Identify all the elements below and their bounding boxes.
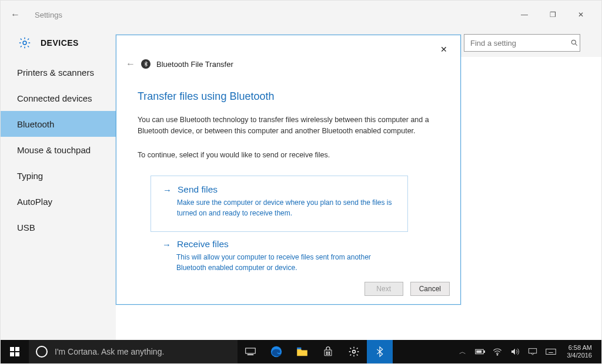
- svg-point-0: [23, 41, 26, 45]
- taskbar-settings-icon[interactable]: [341, 340, 367, 363]
- option-receive-files[interactable]: → Receive files This will allow your com…: [150, 239, 408, 286]
- clock-time: 6:58 AM: [567, 344, 592, 352]
- svg-rect-10: [297, 348, 301, 349]
- svg-rect-18: [476, 350, 481, 353]
- svg-point-15: [353, 350, 356, 353]
- svg-rect-4: [15, 347, 19, 351]
- dialog-close-button[interactable]: ✕: [434, 40, 453, 59]
- svg-rect-5: [10, 352, 14, 356]
- task-view-button[interactable]: [238, 340, 263, 363]
- sidebar-item-label: Connected devices: [17, 93, 92, 103]
- bluetooth-file-transfer-dialog: ✕ ← Bluetooth File Transfer Transfer fil…: [116, 35, 461, 305]
- dialog-title: Bluetooth File Transfer: [156, 60, 233, 69]
- dialog-back-icon[interactable]: ←: [126, 59, 135, 69]
- svg-rect-3: [10, 347, 14, 351]
- cortana-prompt: I'm Cortana. Ask me anything.: [55, 347, 164, 356]
- next-button: Next: [364, 282, 403, 296]
- svg-rect-21: [546, 349, 556, 355]
- sidebar-item-connected-devices[interactable]: Connected devices: [1, 85, 116, 111]
- svg-rect-11: [326, 352, 327, 353]
- dialog-intro-2: To continue, select if you would like to…: [138, 150, 439, 161]
- gear-icon: [18, 36, 31, 49]
- arrow-right-icon: →: [163, 185, 172, 195]
- dialog-heading: Transfer files using Bluetooth: [138, 90, 439, 103]
- sidebar-item-label: Bluetooth: [17, 119, 54, 129]
- svg-line-2: [575, 43, 577, 45]
- tray-battery-icon[interactable]: [475, 348, 486, 355]
- svg-rect-12: [329, 352, 330, 353]
- back-arrow-icon[interactable]: ←: [8, 9, 23, 20]
- svg-rect-14: [329, 353, 330, 355]
- tray-action-center-icon[interactable]: [528, 348, 539, 356]
- arrow-right-icon: →: [162, 240, 171, 250]
- tray-wifi-icon[interactable]: [493, 348, 503, 356]
- taskbar-edge-icon[interactable]: [263, 340, 289, 363]
- sidebar-item-label: AutoPlay: [17, 197, 52, 207]
- taskbar-bluetooth-icon[interactable]: [367, 340, 393, 363]
- sidebar-item-typing[interactable]: Typing: [1, 163, 116, 188]
- window-titlebar: ← Settings — ❐ ✕: [1, 1, 601, 29]
- app-name: Settings: [35, 11, 62, 19]
- sidebar-item-label: USB: [17, 223, 35, 232]
- svg-rect-6: [15, 352, 19, 356]
- sidebar-item-bluetooth[interactable]: Bluetooth: [1, 111, 116, 137]
- tray-chevron-up-icon[interactable]: ︿: [457, 347, 468, 357]
- find-setting-search[interactable]: [464, 34, 580, 52]
- taskbar: I'm Cortana. Ask me anything. ︿: [1, 340, 601, 363]
- svg-rect-13: [326, 353, 327, 355]
- svg-rect-8: [248, 355, 254, 356]
- svg-rect-20: [529, 349, 537, 353]
- close-window-button[interactable]: ✕: [567, 6, 594, 23]
- minimize-button[interactable]: —: [511, 6, 538, 23]
- cortana-icon: [36, 346, 48, 358]
- start-button[interactable]: [1, 340, 29, 363]
- option-desc: This will allow your computer to receive…: [162, 252, 396, 273]
- tray-clock[interactable]: 6:58 AM 3/4/2016: [563, 344, 596, 359]
- sidebar-item-printers-scanners[interactable]: Printers & scanners: [1, 59, 116, 85]
- svg-rect-17: [484, 351, 485, 353]
- svg-rect-7: [246, 348, 256, 353]
- sidebar: Printers & scanners Connected devices Bl…: [1, 57, 116, 341]
- sidebar-item-label: Mouse & touchpad: [17, 145, 91, 155]
- option-title: Send files: [178, 184, 218, 195]
- clock-date: 3/4/2016: [567, 352, 592, 359]
- option-title: Receive files: [177, 239, 229, 250]
- tray-keyboard-icon[interactable]: [546, 348, 556, 355]
- option-desc: Make sure the computer or device where y…: [163, 197, 396, 218]
- option-send-files[interactable]: → Send files Make sure the computer or d…: [150, 176, 408, 232]
- svg-point-19: [497, 354, 498, 355]
- system-tray: ︿ 6:58 AM 3/4/2016: [452, 344, 601, 359]
- dialog-intro-1: You can use Bluetooth technology to tran…: [138, 114, 439, 137]
- svg-point-1: [571, 40, 576, 44]
- sidebar-item-usb[interactable]: USB: [1, 214, 116, 240]
- sidebar-item-mouse-touchpad[interactable]: Mouse & touchpad: [1, 137, 116, 163]
- taskbar-file-explorer-icon[interactable]: [289, 340, 315, 363]
- cortana-search[interactable]: I'm Cortana. Ask me anything.: [29, 340, 238, 363]
- bluetooth-badge-icon: [141, 59, 150, 69]
- tray-volume-icon[interactable]: [510, 348, 521, 356]
- search-icon: [570, 39, 578, 47]
- sidebar-item-label: Typing: [17, 171, 43, 181]
- taskbar-store-icon[interactable]: [315, 340, 341, 363]
- restore-button[interactable]: ❐: [539, 6, 566, 23]
- search-input[interactable]: [469, 38, 570, 48]
- sidebar-item-label: Printers & scanners: [17, 68, 94, 77]
- section-title: DEVICES: [41, 38, 79, 48]
- cancel-button[interactable]: Cancel: [410, 282, 450, 296]
- sidebar-item-autoplay[interactable]: AutoPlay: [1, 188, 116, 214]
